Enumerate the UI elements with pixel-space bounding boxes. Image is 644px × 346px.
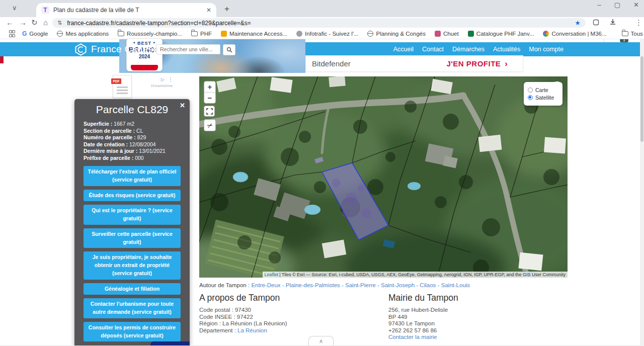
browser-tab-active[interactable]: T Plan du cadastre de la ville de T ✕: [36, 3, 216, 17]
adchoices-play-icon[interactable]: ▷: [161, 77, 165, 82]
layer-option-satellite[interactable]: Satellite: [528, 95, 559, 101]
chevron-up-icon: ∧: [319, 338, 323, 344]
link-saint-louis[interactable]: Saint-Louis: [441, 282, 470, 288]
globe-icon: [367, 31, 373, 37]
ad-cta-link[interactable]: J'EN PROFITE: [446, 59, 501, 68]
downloads-icon[interactable]: [609, 19, 616, 28]
ad-options-icon[interactable]: ⋮: [168, 76, 173, 82]
bookmark-catalogue[interactable]: Catalogue PHF Janv...: [468, 31, 534, 37]
genealogie-button[interactable]: Généalogie et filiation: [84, 283, 181, 295]
chuet-icon: [435, 31, 441, 37]
home-icon[interactable]: ⌂: [43, 18, 48, 27]
window-maximize-button[interactable]: ▢: [614, 1, 620, 9]
cadastre-map[interactable]: + − ✂ Carte Satellite Leaflet | Tiles © …: [199, 76, 568, 278]
forward-icon[interactable]: →: [19, 18, 27, 27]
detail-numero: Numéro de parcelle : 829: [84, 134, 190, 141]
detail-maj: Dernière mise à jour : 13/01/2021: [84, 148, 190, 155]
contact-mairie-link[interactable]: Contacter la mairie: [388, 334, 437, 340]
radio-satellite-icon[interactable]: [528, 95, 533, 100]
link-la-reunion[interactable]: La Réunion: [237, 327, 267, 333]
link-saint-pierre[interactable]: Saint-Pierre: [345, 282, 376, 288]
parcel-details: Superficie : 1667 m2 Section de parcelle…: [84, 121, 190, 161]
chevron-right-icon: ›: [505, 59, 508, 69]
search-button[interactable]: [223, 44, 235, 55]
window-close-button[interactable]: ✕: [633, 1, 639, 9]
tab-close-icon[interactable]: ✕: [206, 7, 211, 14]
radio-carte-icon[interactable]: [528, 88, 533, 93]
bookmark-infotrafic[interactable]: Infotrafic - Suivez l'...: [296, 31, 358, 37]
scroll-to-top-button[interactable]: ∧: [308, 336, 334, 346]
link-cilaos[interactable]: Cilaos: [420, 282, 436, 288]
permis-construire-button[interactable]: Consulter les permis de construire dépos…: [84, 322, 181, 342]
bookmark-roussely[interactable]: Rousssely-champio...: [118, 31, 182, 37]
city-search-input[interactable]: [156, 44, 220, 54]
apps-grid-icon[interactable]: [9, 30, 14, 37]
bookmark-conversation[interactable]: Conversation | M36...: [543, 31, 606, 37]
detail-superficie: Superficie : 1667 m2: [84, 121, 190, 128]
infotrafic-icon: [296, 31, 302, 37]
leaflet-link[interactable]: Leaflet: [265, 272, 278, 277]
nav-accueil[interactable]: Accueil: [393, 46, 414, 53]
parcel-info-panel: ✕ Parcelle CL829 Superficie : 1667 m2 Se…: [74, 99, 190, 346]
new-tab-button[interactable]: +: [224, 4, 229, 14]
zoom-in-button[interactable]: +: [204, 81, 215, 93]
globe-icon: [57, 31, 63, 37]
catalogue-icon: [468, 31, 474, 37]
google-icon: G: [22, 30, 27, 37]
bookmark-phf[interactable]: PHF: [191, 31, 212, 37]
layer-option-carte[interactable]: Carte: [528, 87, 559, 93]
ad-banner-strip[interactable]: Bitdefender J'EN PROFITE ›: [305, 55, 523, 72]
measure-tool-button[interactable]: ✂: [204, 119, 216, 131]
about-lines: Code postal : 97430 Code INSEE : 97422 R…: [199, 307, 287, 334]
url-text[interactable]: france-cadastre.fr/cadastre/le-tampon?se…: [67, 20, 575, 27]
bookmark-star-icon[interactable]: ★: [575, 19, 581, 27]
panel-close-icon[interactable]: ✕: [180, 102, 185, 109]
dreamstime-label: Dreamstime: [151, 83, 173, 88]
dreamstime-ad[interactable]: PDF ▷ ⋮ Dreamstime: [74, 73, 199, 99]
nav-mon-compte[interactable]: Mon compte: [529, 46, 564, 53]
bookmark-chuet[interactable]: Chuet: [435, 31, 459, 37]
extrait-propriete-button[interactable]: Je suis propriétaire, je souhaite obteni…: [84, 251, 181, 279]
site-info-icon[interactable]: ⇅: [57, 20, 62, 26]
detail-creation: Date de création : 12/08/2004: [84, 141, 190, 148]
bookmark-planning[interactable]: Planning & Congés: [367, 31, 425, 37]
bookmark-google[interactable]: GGoogle: [22, 30, 48, 37]
about-code-insee: Code INSEE : 97422: [199, 314, 287, 321]
folder-icon: [118, 31, 124, 36]
tab-search-chevron-icon[interactable]: ∨: [12, 4, 17, 12]
tab-title: Plan du cadastre de la ville de T: [53, 7, 203, 14]
bookmark-mes-applications[interactable]: Mes applications: [57, 31, 109, 37]
page-scrollbar[interactable]: [640, 39, 644, 346]
address-bar[interactable]: ⇅ france-cadastre.fr/cadastre/le-tampon?…: [52, 18, 586, 28]
urbanisme-button[interactable]: Contacter l'urbanisme pour toute autre d…: [84, 298, 181, 318]
bookmark-maintenance[interactable]: Maintenance Access...: [221, 31, 287, 37]
satellite-map-image[interactable]: [199, 76, 568, 278]
mairie-phone: +262 262 57 86 86: [388, 327, 448, 334]
link-entre-deux[interactable]: Entre-Deux: [251, 282, 280, 288]
around-label: Autour de Tampon :: [199, 282, 250, 288]
map-attribution: Leaflet | Tiles © Esri — Source: Esri, i…: [263, 272, 568, 278]
reload-icon[interactable]: ↻: [31, 18, 38, 27]
surveiller-button[interactable]: Surveiller cette parcelle (service gratu…: [84, 228, 181, 248]
nav-actualites[interactable]: Actualités: [493, 46, 520, 53]
risques-button[interactable]: Étude des risques (service gratuit): [84, 190, 181, 202]
main-nav: Accueil Contact Démarches Actualités Mon…: [393, 42, 564, 56]
extensions-icon[interactable]: [593, 19, 599, 28]
mairie-address-2: BP 449: [388, 314, 448, 321]
back-icon[interactable]: ←: [6, 18, 14, 27]
folder-icon: [622, 31, 628, 36]
folder-icon: [191, 31, 198, 36]
browser-menu-icon[interactable]: ⋮: [635, 18, 642, 27]
zoom-out-button[interactable]: −: [204, 93, 215, 103]
download-plan-button[interactable]: Télécharger l'extrait de plan officiel (…: [84, 166, 181, 186]
nav-contact[interactable]: Contact: [422, 46, 444, 53]
all-bookmarks-button[interactable]: Tous les favoris: [622, 31, 644, 37]
link-plaine-des-palmistes[interactable]: Plaine-des-Palmistes: [286, 282, 340, 288]
nav-demarches[interactable]: Démarches: [452, 46, 485, 53]
proprietaire-button[interactable]: Qui est le propriétaire ? (service gratu…: [84, 205, 181, 225]
site-logo[interactable]: France Cadastre: [74, 42, 165, 56]
link-saint-joseph[interactable]: Saint-Joseph: [381, 282, 415, 288]
scrollbar-thumb[interactable]: [640, 56, 643, 142]
window-minimize-button[interactable]: –: [598, 1, 601, 9]
fullscreen-button[interactable]: [204, 106, 215, 117]
